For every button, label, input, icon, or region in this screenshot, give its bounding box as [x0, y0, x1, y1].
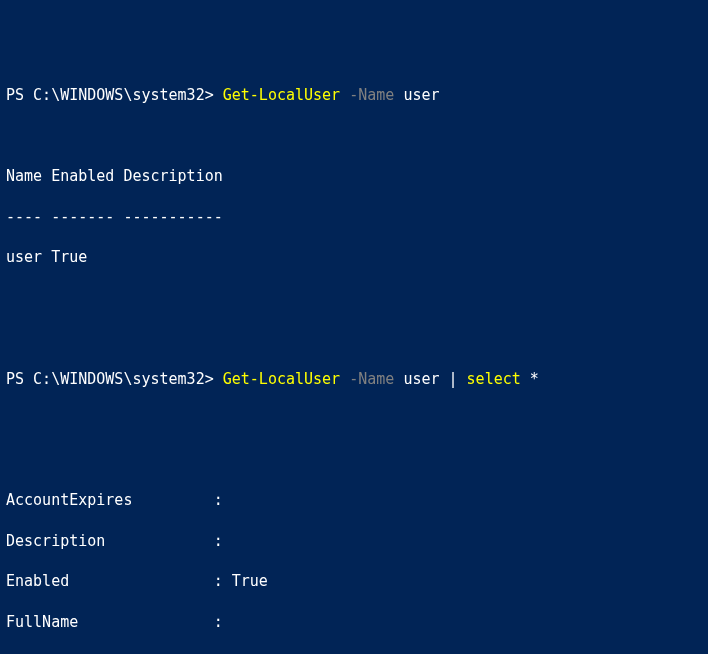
prop-fullname: FullName : — [6, 612, 702, 632]
prop-enabled: Enabled : True — [6, 571, 702, 591]
prop-account-expires: AccountExpires : — [6, 490, 702, 510]
prop-description: Description : — [6, 531, 702, 551]
blank — [6, 126, 702, 146]
pipe: | — [440, 370, 467, 388]
blank — [6, 328, 702, 348]
blank — [6, 450, 702, 470]
arg-1: user — [403, 86, 439, 104]
cmdlet-2a: Get-LocalUser — [223, 370, 340, 388]
blank — [6, 409, 702, 429]
table-header: Name Enabled Description — [6, 166, 702, 186]
cmdlet-2b: select — [467, 370, 521, 388]
param-1: -Name — [340, 86, 403, 104]
prompt-1: PS C:\WINDOWS\system32> — [6, 86, 223, 104]
prompt-2: PS C:\WINDOWS\system32> — [6, 370, 223, 388]
arg-2: user — [403, 370, 439, 388]
cmdlet-1: Get-LocalUser — [223, 86, 340, 104]
star: * — [521, 370, 539, 388]
param-2: -Name — [340, 370, 403, 388]
command-line-1: PS C:\WINDOWS\system32> Get-LocalUser -N… — [6, 85, 702, 105]
blank — [6, 288, 702, 308]
table-row: user True — [6, 247, 702, 267]
command-line-2: PS C:\WINDOWS\system32> Get-LocalUser -N… — [6, 369, 702, 389]
table-divider: ---- ------- ----------- — [6, 207, 702, 227]
